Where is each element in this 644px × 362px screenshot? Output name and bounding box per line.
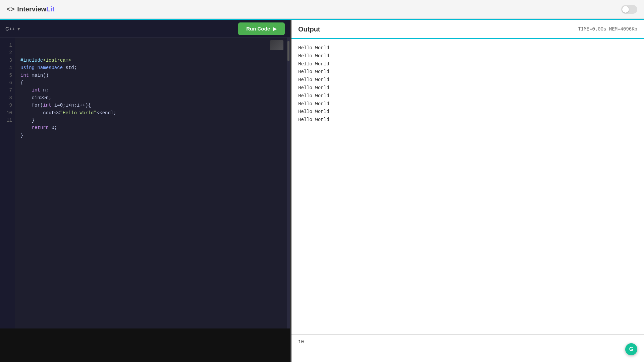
- editor-panel: C++ ▾ Run Code ▶ 1 2 3 4 5 6 7 8 9 10 11: [0, 20, 290, 362]
- line-number: 2: [3, 49, 12, 56]
- run-code-label: Run Code: [246, 26, 270, 32]
- editor-scrollbar-thumb[interactable]: [287, 41, 289, 61]
- language-label: C++: [5, 26, 15, 32]
- output-stats: TIME=0.00s MEM=4096Kb: [578, 26, 637, 32]
- code-thumbnail: [270, 40, 283, 50]
- output-header: Output TIME=0.00s MEM=4096Kb: [291, 20, 644, 39]
- code-editor[interactable]: 1 2 3 4 5 6 7 8 9 10 11 #include<iostrea…: [0, 38, 290, 328]
- main-layout: C++ ▾ Run Code ▶ 1 2 3 4 5 6 7 8 9 10 11: [0, 20, 644, 362]
- line-number: 10: [3, 109, 12, 117]
- line-number: 9: [3, 102, 12, 109]
- logo-brackets: <>: [7, 5, 14, 13]
- output-line: Hello World: [298, 84, 637, 92]
- line-number: 6: [3, 79, 12, 86]
- navbar: <> InterviewLit: [0, 0, 644, 19]
- logo-interview: Interview: [17, 5, 46, 13]
- bottom-area: [0, 328, 290, 362]
- output-line: Hello World: [298, 76, 637, 84]
- line-numbers: 1 2 3 4 5 6 7 8 9 10 11: [0, 38, 15, 328]
- logo-lit: Lit: [46, 5, 54, 13]
- line-number: 3: [3, 57, 12, 64]
- line-number: 1: [3, 42, 12, 49]
- line-number: 8: [3, 94, 12, 102]
- output-line: Hello World: [298, 44, 637, 52]
- grammarly-icon[interactable]: G: [625, 343, 637, 355]
- grammarly-label: G: [629, 346, 633, 352]
- chevron-down-icon: ▾: [17, 26, 20, 32]
- line-number: 4: [3, 64, 12, 71]
- output-panel: Output TIME=0.00s MEM=4096Kb Hello World…: [291, 20, 644, 362]
- output-line: Hello World: [298, 52, 637, 60]
- logo-text: InterviewLit: [17, 5, 54, 13]
- stdin-value: 10: [298, 339, 304, 345]
- logo: <> InterviewLit: [7, 5, 55, 13]
- stdin-section: 10: [291, 335, 644, 362]
- language-selector[interactable]: C++ ▾: [5, 26, 20, 32]
- theme-toggle[interactable]: [621, 5, 637, 14]
- line-number: 7: [3, 86, 12, 94]
- output-content: Hello WorldHello WorldHello WorldHello W…: [291, 39, 644, 334]
- output-line: Hello World: [298, 100, 637, 108]
- play-icon: ▶: [273, 26, 277, 32]
- output-line: Hello World: [298, 116, 637, 124]
- output-title: Output: [298, 25, 320, 33]
- editor-scrollbar[interactable]: [287, 38, 290, 328]
- output-line: Hello World: [298, 108, 637, 116]
- output-line: Hello World: [298, 68, 637, 76]
- editor-toolbar: C++ ▾ Run Code ▶: [0, 20, 290, 38]
- output-line: Hello World: [298, 60, 637, 68]
- line-number: 5: [3, 72, 12, 79]
- line-number: 11: [3, 117, 12, 124]
- run-code-button[interactable]: Run Code ▶: [238, 22, 285, 35]
- output-line: Hello World: [298, 92, 637, 100]
- code-content[interactable]: #include<iostream> using namespace std; …: [15, 38, 287, 328]
